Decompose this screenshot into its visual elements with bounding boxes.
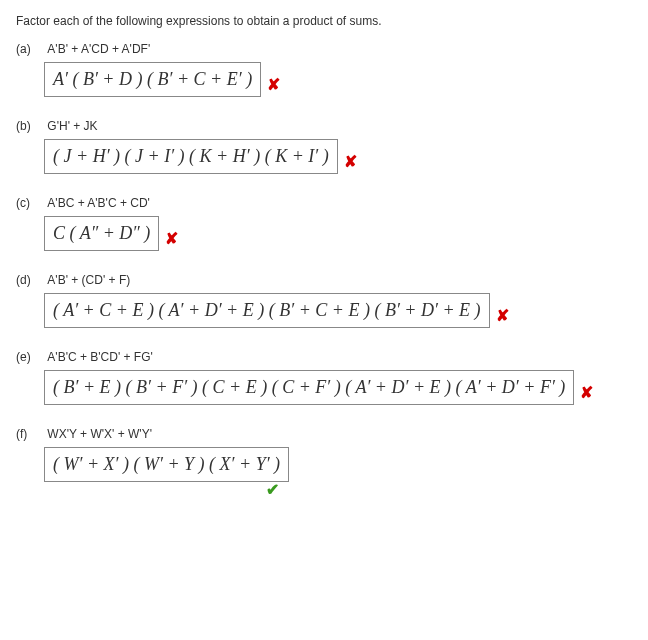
wrong-icon: ✘: [496, 308, 509, 324]
part-b-label: (b): [16, 119, 44, 133]
part-a: (a) A'B' + A'CD + A'DF' A′ ( B′ + D ) ( …: [16, 42, 632, 97]
part-a-expression: A'B' + A'CD + A'DF': [47, 42, 150, 56]
part-b: (b) G'H' + JK ( J + H′ ) ( J + I′ ) ( K …: [16, 119, 632, 174]
part-c-expression: A'BC + A'B'C + CD': [47, 196, 150, 210]
wrong-icon: ✘: [344, 154, 357, 170]
part-e-label: (e): [16, 350, 44, 364]
part-e-expression: A'B'C + B'CD' + FG': [47, 350, 152, 364]
part-f-answer-input[interactable]: ( W′ + X′ ) ( W′ + Y ) ( X′ + Y′ ): [44, 447, 289, 482]
part-d-label: (d): [16, 273, 44, 287]
part-d-answer-input[interactable]: ( A′ + C + E ) ( A′ + D′ + E ) ( B′ + C …: [44, 293, 490, 328]
part-c: (c) A'BC + A'B'C + CD' C ( A″ + D″ ) ✘: [16, 196, 632, 251]
part-c-label: (c): [16, 196, 44, 210]
part-b-answer-input[interactable]: ( J + H′ ) ( J + I′ ) ( K + H′ ) ( K + I…: [44, 139, 338, 174]
part-d-expression: A'B' + (CD' + F): [47, 273, 130, 287]
part-e: (e) A'B'C + B'CD' + FG' ( B′ + E ) ( B′ …: [16, 350, 632, 405]
part-e-answer-input[interactable]: ( B′ + E ) ( B′ + F′ ) ( C + E ) ( C + F…: [44, 370, 574, 405]
question-prompt: Factor each of the following expressions…: [16, 14, 632, 28]
wrong-icon: ✘: [267, 77, 280, 93]
wrong-icon: ✘: [580, 385, 593, 401]
wrong-icon: ✘: [165, 231, 178, 247]
part-b-expression: G'H' + JK: [47, 119, 97, 133]
part-a-label: (a): [16, 42, 44, 56]
part-a-answer-input[interactable]: A′ ( B′ + D ) ( B′ + C + E′ ): [44, 62, 261, 97]
correct-icon: ✔: [266, 481, 279, 498]
part-c-answer-input[interactable]: C ( A″ + D″ ): [44, 216, 159, 251]
part-d: (d) A'B' + (CD' + F) ( A′ + C + E ) ( A′…: [16, 273, 632, 328]
part-f: (f) WX'Y + W'X' + W'Y' ( W′ + X′ ) ( W′ …: [16, 427, 632, 498]
part-f-expression: WX'Y + W'X' + W'Y': [47, 427, 152, 441]
part-f-label: (f): [16, 427, 44, 441]
